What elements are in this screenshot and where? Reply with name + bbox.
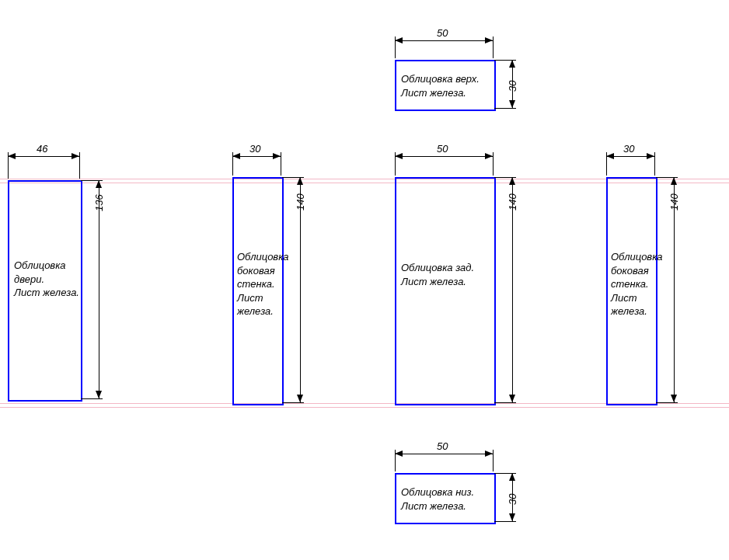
- drawing-canvas: Облицовка верх. Лист железа. 50 30 Облиц…: [0, 0, 729, 560]
- guide-bot-2: [0, 407, 729, 408]
- dim-ext: [494, 402, 516, 403]
- arrow-icon: [297, 177, 303, 185]
- arrow-icon: [606, 153, 614, 159]
- arrow-icon: [509, 100, 515, 108]
- dim-line: [395, 156, 493, 157]
- part-side-a-height: 140: [295, 193, 306, 210]
- arrow-icon: [485, 37, 493, 43]
- arrow-icon: [273, 153, 281, 159]
- arrow-icon: [395, 37, 403, 43]
- arrow-icon: [647, 153, 654, 159]
- part-back: [395, 177, 496, 405]
- arrow-icon: [485, 450, 493, 457]
- dim-ext: [493, 152, 494, 176]
- dim-line: [674, 177, 675, 402]
- arrow-icon: [485, 153, 493, 159]
- arrow-icon: [671, 395, 677, 402]
- part-side-b-width: 30: [623, 143, 634, 155]
- arrow-icon: [395, 153, 403, 159]
- dim-ext: [493, 37, 494, 58]
- arrow-icon: [509, 177, 515, 185]
- part-side-b-height: 140: [668, 193, 680, 210]
- part-top-label: Облицовка верх. Лист железа.: [401, 72, 480, 99]
- dim-line: [8, 156, 79, 157]
- arrow-icon: [72, 153, 79, 159]
- dim-line: [395, 454, 493, 454]
- arrow-icon: [509, 60, 515, 68]
- part-door-label: Облицовка двери. Лист железа.: [14, 259, 79, 300]
- part-top-height: 30: [507, 81, 518, 92]
- arrow-icon: [395, 450, 403, 457]
- dim-ext: [281, 152, 281, 176]
- part-door-width: 46: [37, 143, 47, 155]
- arrow-icon: [509, 473, 515, 481]
- arrow-icon: [509, 395, 515, 402]
- part-side-b-label: Облицовка боковая стенка. Лист железа.: [611, 250, 663, 318]
- part-bottom-height: 30: [507, 494, 518, 505]
- part-back-label: Облицовка зад. Лист железа.: [401, 261, 474, 288]
- arrow-icon: [509, 513, 515, 521]
- dim-line: [512, 177, 513, 402]
- arrow-icon: [96, 391, 102, 398]
- dim-line: [300, 177, 301, 402]
- dim-line: [395, 40, 493, 41]
- arrow-icon: [232, 153, 240, 159]
- dim-ext: [494, 108, 516, 109]
- dim-ext: [493, 450, 494, 471]
- part-bottom-width: 50: [437, 440, 448, 452]
- part-side-a-width: 30: [249, 143, 260, 155]
- part-side-a-label: Облицовка боковая стенка. Лист железа.: [237, 250, 289, 318]
- arrow-icon: [671, 177, 677, 185]
- dim-ext: [654, 152, 655, 176]
- dim-ext: [81, 398, 103, 399]
- part-back-width: 50: [437, 143, 448, 155]
- part-back-height: 140: [507, 193, 518, 210]
- part-door-height: 136: [93, 194, 105, 211]
- dim-ext: [79, 152, 80, 179]
- arrow-icon: [96, 180, 102, 188]
- part-bottom-label: Облицовка низ. Лист железа.: [401, 485, 474, 513]
- dim-ext: [656, 402, 678, 403]
- arrow-icon: [297, 395, 303, 402]
- dim-line: [99, 180, 99, 398]
- dim-ext: [282, 402, 304, 403]
- dim-ext: [494, 521, 516, 522]
- arrow-icon: [8, 153, 16, 159]
- part-top-width: 50: [437, 27, 448, 39]
